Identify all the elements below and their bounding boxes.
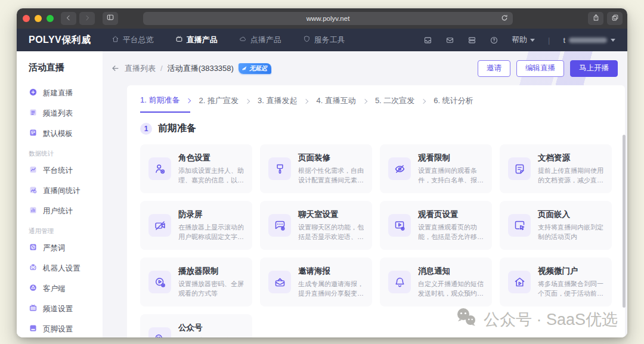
plus-circle-icon [29, 88, 38, 98]
zoom-window-button[interactable] [47, 15, 54, 22]
polyv-logo[interactable]: POLYV保利威 [29, 34, 91, 47]
card-wechat-official[interactable]: 公众号适用于直播间引流至公众号或客服，沉淀用户至私域... [140, 314, 252, 337]
card-video-portal[interactable]: 视频微门户将多场直播聚合到同一个页面，便于活动前期的宣发... [500, 258, 612, 306]
sidebar-toggle-button[interactable] [103, 12, 118, 25]
chevron-right-icon [363, 98, 367, 103]
help-menu[interactable]: 帮助 [512, 35, 535, 45]
video-portal-icon [508, 271, 531, 293]
user-menu[interactable]: t [563, 36, 615, 45]
sidebar-item-user-stats[interactable]: 用户统计 [29, 201, 103, 221]
section-title: 前期准备 [158, 122, 196, 135]
sidebar-item-room-stats[interactable]: 直播间统计 [29, 181, 103, 201]
content-panel: 1. 前期准备 2. 推广宣发 3. 直播发起 4. 直播互动 5. 二次宣发 … [127, 85, 625, 337]
sidebar-item-channel-list[interactable]: 频道列表 [29, 103, 103, 123]
breadcrumb-live-list[interactable]: 直播列表 [125, 63, 156, 74]
vertical-scrollbar[interactable] [623, 135, 626, 308]
back-arrow-icon[interactable] [111, 64, 120, 73]
reload-icon[interactable] [500, 14, 509, 23]
traffic-lights [23, 15, 54, 22]
address-bar[interactable]: www.polyv.net [143, 12, 513, 25]
sidebar-item-default-template[interactable]: 默认模板 [29, 123, 103, 144]
back-button[interactable] [61, 12, 76, 25]
anti-record-icon [148, 214, 171, 237]
sidebar-item-banned-words[interactable]: 严禁词 [29, 238, 103, 258]
browser-window: www.polyv.net POLYV保利威 平台总览 直播产品 点播产品 [17, 8, 627, 337]
share-button[interactable] [588, 12, 603, 25]
sidebar-item-robot-settings[interactable]: 机器人设置 [29, 258, 103, 278]
section-number-badge: 1 [140, 123, 152, 135]
blurred-username [569, 38, 607, 43]
chevron-left-icon [65, 13, 72, 24]
tools-shield-icon [303, 35, 311, 45]
card-document-resource[interactable]: 文档资源提前上传直播期间使用的文档资源，减少直播中的失... [500, 144, 612, 193]
page-header: 直播列表 / 活动直播(3833358) 无延迟 邀请 编辑直播 马上开播 [103, 51, 627, 85]
channel-settings-icon [29, 303, 38, 314]
card-page-embed[interactable]: 页面嵌入支持将直播间内嵌到定制的活动页内 [500, 201, 612, 250]
tab-statistics[interactable]: 6. 统计分析 [434, 95, 473, 112]
tab-overview-button[interactable] [607, 12, 623, 25]
chevron-right-icon [245, 98, 250, 103]
breadcrumb-separator: / [160, 64, 163, 73]
tab-re-promotion[interactable]: 5. 二次宣发 [375, 95, 425, 112]
chevron-down-icon [530, 39, 535, 42]
breadcrumb: 直播列表 / 活动直播(3833358) 无延迟 [111, 63, 271, 74]
edit-live-button[interactable]: 编辑直播 [516, 60, 564, 77]
help-circle-icon[interactable] [490, 36, 499, 45]
page-embed-icon [508, 214, 531, 237]
minimize-window-button[interactable] [35, 15, 42, 22]
card-message-notify[interactable]: 消息通知自定义开播通知的短信发送时机，观众预约直播后，... [380, 258, 492, 306]
chevron-right-icon [83, 13, 91, 24]
server-icon[interactable] [467, 36, 476, 45]
card-watch-limit[interactable]: 观看限制设置直播间的观看条件，支持白名单、报名观看、验... [380, 144, 492, 193]
sidebar-item-platform-stats[interactable]: 平台统计 [29, 160, 103, 181]
invite-button[interactable]: 邀请 [478, 60, 510, 77]
tab-launch[interactable]: 3. 直播发起 [258, 95, 308, 112]
nav-item-service-tools[interactable]: 服务工具 [303, 35, 345, 45]
chatroom-icon [268, 214, 291, 237]
mail-icon[interactable] [445, 36, 454, 45]
app-navbar: POLYV保利威 平台总览 直播产品 点播产品 服务工具 帮助 | [17, 29, 627, 51]
main-content: 直播列表 / 活动直播(3833358) 无延迟 邀请 编辑直播 马上开播 1.… [103, 51, 627, 337]
tab-preparation[interactable]: 1. 前期准备 [140, 95, 190, 113]
section-header: 1 前期准备 [140, 122, 612, 135]
chevron-right-icon [304, 98, 308, 103]
nav-item-platform-overview[interactable]: 平台总览 [112, 35, 154, 45]
sidebar-item-new-live[interactable]: 新建直播 [29, 83, 103, 103]
start-live-button[interactable]: 马上开播 [570, 60, 618, 77]
watermark-text: 公众号 · SaaS优选 [484, 309, 618, 330]
home-icon [112, 35, 119, 45]
user-stats-icon [29, 206, 38, 216]
card-chatroom-settings[interactable]: 聊天室设置设置聊天区的功能，包括是否显示欢迎语、是否支持... [260, 201, 372, 250]
header-actions: 邀请 编辑直播 马上开播 [478, 60, 618, 77]
nav-item-vod-products[interactable]: 点播产品 [239, 35, 281, 45]
banned-words-icon [29, 243, 38, 253]
chevron-right-icon [186, 98, 191, 103]
chevron-down-icon [611, 39, 615, 42]
card-page-decorate[interactable]: 页面装修根据个性化需求，自由设计配置直播间元素，支持自... [260, 144, 372, 193]
forward-button[interactable] [79, 12, 95, 25]
inbox-icon[interactable] [423, 36, 432, 45]
breadcrumb-current: 活动直播(3833358) [168, 63, 234, 74]
card-invite-poster[interactable]: 邀请海报生成专属的邀请海报，提升直播间分享裂变的效果 [260, 258, 372, 306]
tab-promotion[interactable]: 2. 推广宣发 [199, 95, 249, 112]
tab-interaction[interactable]: 4. 直播互动 [316, 95, 366, 112]
notify-bell-icon [388, 271, 411, 293]
room-stats-icon [29, 185, 38, 196]
card-watch-page-settings[interactable]: 观看页设置设置直播观看页的功能，包括是否允许移动端观看等 [380, 201, 492, 250]
share-icon [592, 13, 600, 24]
sidebar-item-channel-settings[interactable]: 频道设置 [29, 299, 103, 319]
sidebar-item-client[interactable]: 客户端 [29, 278, 103, 299]
nav-item-live-products[interactable]: 直播产品 [175, 35, 218, 45]
card-role-settings[interactable]: 角色设置添加或设置主持人、助理、嘉宾的信息，以及新增助... [140, 144, 252, 193]
sidebar-item-footer-settings[interactable]: 页脚设置 [29, 319, 103, 337]
sidebar-toggle-icon [106, 13, 114, 24]
tabs-overview-icon [611, 13, 619, 24]
nav-divider: | [548, 36, 550, 45]
card-anti-record[interactable]: 防录屏在播放器上显示滚动的用户昵称或固定文字，达到防... [140, 201, 252, 250]
robot-icon [29, 263, 38, 274]
page-body: 活动直播 新建直播 频道列表 默认模板 数据统计 平台统计 直播间统计 [17, 51, 627, 337]
card-player-limit[interactable]: 播放器限制设置播放器密码、全屏观看的方式等 [140, 258, 252, 306]
page-decorate-icon [268, 157, 291, 180]
document-icon [508, 157, 531, 180]
close-window-button[interactable] [23, 15, 30, 22]
